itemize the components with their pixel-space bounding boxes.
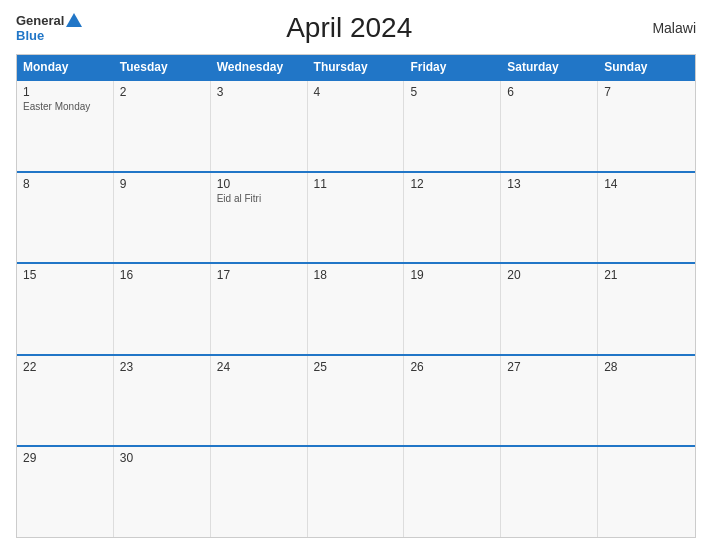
logo-triangle-icon bbox=[66, 13, 82, 27]
header-friday: Friday bbox=[404, 55, 501, 79]
day-number: 18 bbox=[314, 268, 398, 282]
week-row-1: 1Easter Monday234567 bbox=[17, 79, 695, 171]
day-cell-3-5: 19 bbox=[404, 264, 501, 354]
header-monday: Monday bbox=[17, 55, 114, 79]
day-cell-4-7: 28 bbox=[598, 356, 695, 446]
day-number: 30 bbox=[120, 451, 204, 465]
header-wednesday: Wednesday bbox=[211, 55, 308, 79]
day-number: 1 bbox=[23, 85, 107, 99]
weeks: 1Easter Monday2345678910Eid al Fitri1112… bbox=[17, 79, 695, 537]
day-number: 7 bbox=[604, 85, 689, 99]
header-thursday: Thursday bbox=[308, 55, 405, 79]
day-number: 17 bbox=[217, 268, 301, 282]
holiday-label: Eid al Fitri bbox=[217, 193, 301, 205]
day-cell-3-1: 15 bbox=[17, 264, 114, 354]
day-number: 15 bbox=[23, 268, 107, 282]
day-number: 24 bbox=[217, 360, 301, 374]
day-cell-2-5: 12 bbox=[404, 173, 501, 263]
day-cell-2-1: 8 bbox=[17, 173, 114, 263]
day-number: 10 bbox=[217, 177, 301, 191]
day-number: 3 bbox=[217, 85, 301, 99]
day-cell-3-3: 17 bbox=[211, 264, 308, 354]
day-number: 25 bbox=[314, 360, 398, 374]
day-cell-4-2: 23 bbox=[114, 356, 211, 446]
day-cell-3-4: 18 bbox=[308, 264, 405, 354]
day-number: 4 bbox=[314, 85, 398, 99]
day-cell-4-5: 26 bbox=[404, 356, 501, 446]
day-cell-4-4: 25 bbox=[308, 356, 405, 446]
day-number: 6 bbox=[507, 85, 591, 99]
country-name: Malawi bbox=[616, 20, 696, 36]
day-number: 28 bbox=[604, 360, 689, 374]
day-cell-2-2: 9 bbox=[114, 173, 211, 263]
day-cell-1-3: 3 bbox=[211, 81, 308, 171]
day-cell-4-3: 24 bbox=[211, 356, 308, 446]
day-cell-5-6 bbox=[501, 447, 598, 537]
week-row-4: 22232425262728 bbox=[17, 354, 695, 446]
logo-general: General bbox=[16, 14, 64, 28]
day-cell-4-6: 27 bbox=[501, 356, 598, 446]
day-cell-1-1: 1Easter Monday bbox=[17, 81, 114, 171]
day-number: 13 bbox=[507, 177, 591, 191]
day-cell-1-5: 5 bbox=[404, 81, 501, 171]
day-number: 21 bbox=[604, 268, 689, 282]
day-number: 20 bbox=[507, 268, 591, 282]
day-cell-4-1: 22 bbox=[17, 356, 114, 446]
day-cell-3-7: 21 bbox=[598, 264, 695, 354]
day-cell-2-6: 13 bbox=[501, 173, 598, 263]
logo: General Blue bbox=[16, 13, 82, 43]
day-number: 5 bbox=[410, 85, 494, 99]
day-cell-3-6: 20 bbox=[501, 264, 598, 354]
day-number: 9 bbox=[120, 177, 204, 191]
day-number: 12 bbox=[410, 177, 494, 191]
day-cell-2-3: 10Eid al Fitri bbox=[211, 173, 308, 263]
day-number: 16 bbox=[120, 268, 204, 282]
header: General Blue April 2024 Malawi bbox=[16, 12, 696, 44]
day-cell-5-7 bbox=[598, 447, 695, 537]
day-number: 29 bbox=[23, 451, 107, 465]
day-cell-2-4: 11 bbox=[308, 173, 405, 263]
day-number: 26 bbox=[410, 360, 494, 374]
day-number: 14 bbox=[604, 177, 689, 191]
day-cell-2-7: 14 bbox=[598, 173, 695, 263]
header-sunday: Sunday bbox=[598, 55, 695, 79]
day-cell-5-1: 29 bbox=[17, 447, 114, 537]
day-cell-1-6: 6 bbox=[501, 81, 598, 171]
day-number: 2 bbox=[120, 85, 204, 99]
day-number: 27 bbox=[507, 360, 591, 374]
day-number: 23 bbox=[120, 360, 204, 374]
page: General Blue April 2024 Malawi Monday Tu… bbox=[0, 0, 712, 550]
week-row-5: 2930 bbox=[17, 445, 695, 537]
week-row-2: 8910Eid al Fitri11121314 bbox=[17, 171, 695, 263]
day-number: 19 bbox=[410, 268, 494, 282]
day-cell-1-2: 2 bbox=[114, 81, 211, 171]
logo-blue: Blue bbox=[16, 29, 44, 43]
day-cell-5-2: 30 bbox=[114, 447, 211, 537]
calendar-title: April 2024 bbox=[82, 12, 616, 44]
day-number: 8 bbox=[23, 177, 107, 191]
day-number: 11 bbox=[314, 177, 398, 191]
calendar: Monday Tuesday Wednesday Thursday Friday… bbox=[16, 54, 696, 538]
day-cell-1-4: 4 bbox=[308, 81, 405, 171]
day-cell-3-2: 16 bbox=[114, 264, 211, 354]
day-number: 22 bbox=[23, 360, 107, 374]
day-cell-5-5 bbox=[404, 447, 501, 537]
header-saturday: Saturday bbox=[501, 55, 598, 79]
day-cell-1-7: 7 bbox=[598, 81, 695, 171]
day-cell-5-3 bbox=[211, 447, 308, 537]
week-row-3: 15161718192021 bbox=[17, 262, 695, 354]
day-headers-row: Monday Tuesday Wednesday Thursday Friday… bbox=[17, 55, 695, 79]
day-cell-5-4 bbox=[308, 447, 405, 537]
header-tuesday: Tuesday bbox=[114, 55, 211, 79]
holiday-label: Easter Monday bbox=[23, 101, 107, 113]
